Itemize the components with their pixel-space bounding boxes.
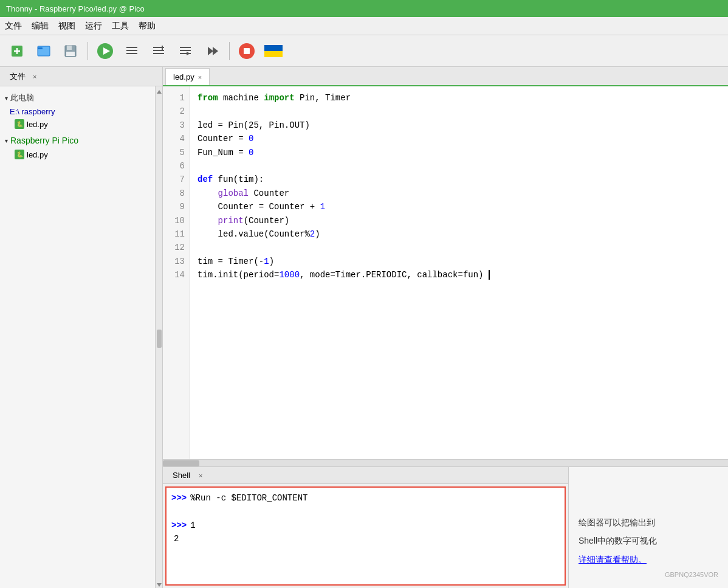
svg-rect-17 [180,47,191,48]
step-into-button[interactable] [174,40,196,62]
editor-horiz-scrollbar[interactable] [163,459,728,466]
ln-5: 5 [163,146,190,159]
resume-button[interactable] [201,40,223,62]
save-button[interactable] [60,40,81,62]
info-link-label[interactable]: 详细请查看帮助。 [579,555,647,564]
sidebar-file-raspberry-ledpy[interactable]: 🐍 led.py [0,148,155,161]
editor-scroll-thumb[interactable] [163,460,199,466]
code-content[interactable]: from machine import Pin, Timer led = Pin… [190,86,728,459]
info-link[interactable]: 详细请查看帮助。 [579,553,718,566]
shell-content[interactable]: >>> %Run -c $EDITOR_CONTENT >>> 1 2 [165,486,566,586]
editor-tab-close[interactable]: × [198,74,202,81]
sidebar: 文件 × ▾ 此电脑 E:\ raspberry 🐍 led.py [0,67,163,588]
svg-rect-15 [153,53,164,54]
expand-icon-mycomputer: ▾ [5,95,8,102]
svg-rect-4 [38,47,43,49]
svg-rect-26 [264,51,283,57]
sidebar-section-raspberry: ▾ Raspberry Pi Pico 🐍 led.py [0,132,155,162]
sidebar-scrollbar[interactable] [155,86,162,588]
sidebar-file-mycomputer-ledpy[interactable]: 🐍 led.py [0,117,155,131]
sidebar-drive[interactable]: E:\ raspberry [0,106,155,117]
ln-3: 3 [163,119,190,132]
shell-line-3: 2 [171,532,560,545]
svg-rect-14 [153,50,164,51]
shell-line-blank [171,505,560,518]
menu-file[interactable]: 文件 [5,21,22,32]
toolbar-separator-1 [88,42,88,60]
sidebar-section-label-raspberry: Raspberry Pi Pico [10,136,78,145]
scroll-thumb-sidebar[interactable] [157,330,162,348]
ln-10: 10 [163,214,190,227]
svg-rect-7 [66,52,75,56]
sidebar-file-label-1: led.py [27,120,48,129]
shell-panel: Shell × >>> %Run -c $EDITOR_CONTENT >>> … [163,467,569,588]
menu-bar: 文件 编辑 视图 运行 工具 帮助 [0,17,728,35]
expand-icon-raspberry: ▾ [5,137,8,144]
menu-edit[interactable]: 编辑 [32,21,49,32]
shell-cmd-1: %Run -c $EDITOR_CONTENT [190,491,307,505]
title-bar: Thonny - Raspberry Pico/led.py @ Pico [0,0,728,17]
svg-rect-25 [264,45,283,51]
bottom-area: Shell × >>> %Run -c $EDITOR_CONTENT >>> … [163,466,728,588]
title-text: Thonny - Raspberry Pico/led.py @ Pico [6,4,145,13]
ln-1: 1 [163,91,190,105]
shell-line-2: >>> 1 [171,519,560,532]
ukraine-button[interactable] [263,40,284,62]
right-area: led.py × 1 2 3 4 5 6 7 8 9 10 11 [163,67,728,588]
menu-run[interactable]: 运行 [85,21,102,32]
ln-7: 7 [163,173,190,186]
debug-button[interactable] [121,40,143,62]
svg-marker-21 [208,47,213,55]
open-button[interactable] [33,40,55,62]
run-button[interactable] [94,40,116,62]
py-icon-1: 🐍 [15,119,24,129]
editor-tabs: led.py × [163,67,728,86]
toolbar [0,35,728,67]
sidebar-content: ▾ 此电脑 E:\ raspberry 🐍 led.py ▾ Raspberry… [0,86,155,588]
py-icon-2: 🐍 [15,150,24,159]
ln-12: 12 [163,241,190,254]
shell-prompt-1: >>> [171,491,187,505]
info-spacer [579,477,718,511]
svg-rect-10 [126,47,137,48]
sidebar-tab-files[interactable]: 文件 [5,69,30,85]
ln-2: 2 [163,105,190,118]
sidebar-section-label-mycomputer: 此电脑 [10,92,34,103]
editor-area[interactable]: 1 2 3 4 5 6 7 8 9 10 11 12 13 14 from ma… [163,86,728,459]
scroll-up-icon [157,89,162,94]
svg-rect-11 [126,50,137,51]
ln-11: 11 [163,227,190,241]
sidebar-tab-close[interactable]: × [33,73,36,80]
ln-14: 14 [163,268,190,282]
svg-marker-20 [187,52,190,55]
ln-13: 13 [163,255,190,268]
editor-tab-ledpy[interactable]: led.py × [165,68,210,85]
info-line1: 绘图器可以把输出到 [579,516,718,529]
menu-help[interactable]: 帮助 [139,21,156,32]
svg-rect-6 [67,46,72,50]
menu-view[interactable]: 视图 [58,21,75,32]
menu-tools[interactable]: 工具 [112,21,129,32]
shell-tab-bar: Shell × [163,467,568,484]
ln-9: 9 [163,200,190,213]
toolbar-separator-2 [229,42,230,60]
watermark: GBPNQ2345VOR [579,571,718,578]
svg-rect-12 [126,53,137,54]
shell-output-2: 2 [171,532,179,545]
main-layout: 文件 × ▾ 此电脑 E:\ raspberry 🐍 led.py [0,67,728,588]
line-numbers: 1 2 3 4 5 6 7 8 9 10 11 12 13 14 [163,86,190,459]
sidebar-section-mycomputer: ▾ 此电脑 E:\ raspberry 🐍 led.py [0,89,155,132]
sidebar-file-label-2: led.py [27,150,48,159]
new-button[interactable] [6,40,28,62]
scroll-down-icon [157,583,162,588]
stop-button[interactable] [236,40,258,62]
svg-rect-18 [180,50,191,51]
shell-tab[interactable]: Shell [168,469,195,481]
shell-tab-close[interactable]: × [199,472,202,479]
shell-output-1: 1 [190,519,195,532]
step-over-button[interactable] [148,40,170,62]
ln-6: 6 [163,159,190,173]
shell-prompt-2: >>> [171,519,187,532]
sidebar-section-header-raspberry[interactable]: ▾ Raspberry Pi Pico [0,133,155,148]
sidebar-section-header-mycomputer[interactable]: ▾ 此电脑 [0,90,155,106]
